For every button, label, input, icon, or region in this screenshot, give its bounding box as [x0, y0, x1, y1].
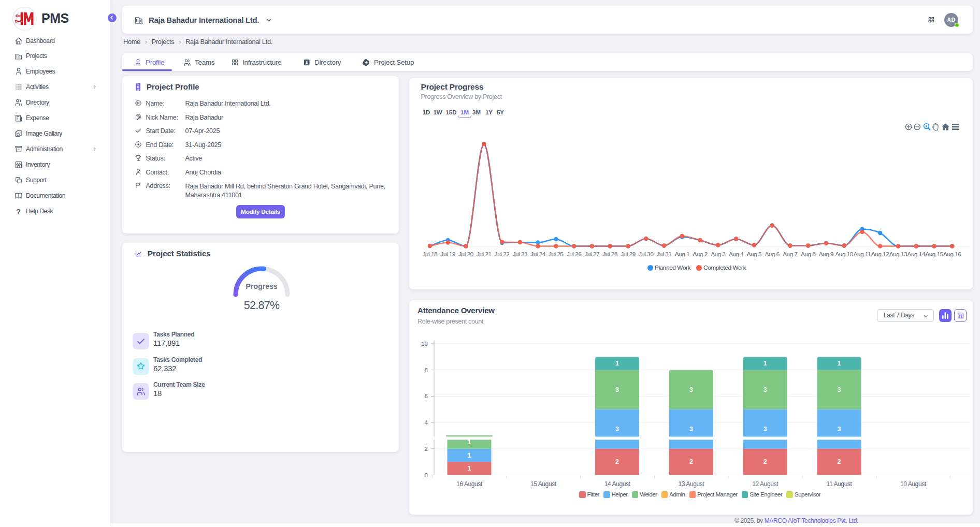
svg-text:Aug 8: Aug 8 — [801, 251, 815, 257]
svg-text:Aug 1: Aug 1 — [675, 251, 689, 257]
svg-text:Aug 3: Aug 3 — [711, 251, 725, 257]
svg-text:6: 6 — [425, 393, 428, 399]
svg-text:Aug 4: Aug 4 — [729, 251, 744, 257]
svg-text:Jul 24: Jul 24 — [530, 251, 545, 257]
svg-text:4: 4 — [425, 419, 428, 426]
svg-text:13 August: 13 August — [679, 480, 705, 488]
svg-text:10: 10 — [421, 341, 428, 347]
svg-text:Jul 18: Jul 18 — [423, 251, 438, 257]
svg-text:Aug 10: Aug 10 — [835, 251, 853, 257]
svg-text:3: 3 — [689, 386, 693, 393]
svg-text:Aug 11: Aug 11 — [854, 251, 871, 257]
svg-text:2: 2 — [763, 458, 767, 465]
svg-text:3: 3 — [838, 426, 841, 433]
svg-text:2: 2 — [838, 458, 841, 465]
svg-text:Aug 12: Aug 12 — [871, 251, 889, 257]
svg-text:2: 2 — [425, 446, 428, 452]
svg-text:10 August: 10 August — [900, 480, 927, 488]
svg-text:Aug 9: Aug 9 — [819, 251, 833, 257]
svg-text:11 August: 11 August — [827, 480, 853, 488]
svg-text:1: 1 — [468, 465, 471, 472]
svg-text:Aug 2: Aug 2 — [693, 251, 707, 257]
svg-text:Aug 15: Aug 15 — [925, 251, 943, 257]
svg-text:Aug 16: Aug 16 — [943, 251, 961, 257]
svg-text:3: 3 — [763, 386, 767, 393]
svg-text:3: 3 — [763, 426, 767, 433]
svg-text:Jul 25: Jul 25 — [549, 251, 564, 257]
svg-text:Jul 29: Jul 29 — [621, 251, 636, 257]
svg-text:1: 1 — [615, 360, 619, 367]
svg-text:2: 2 — [689, 458, 693, 465]
svg-text:1: 1 — [838, 360, 841, 367]
svg-text:Aug 6: Aug 6 — [765, 251, 779, 257]
svg-text:Aug 7: Aug 7 — [783, 251, 797, 257]
svg-text:3: 3 — [838, 386, 841, 393]
svg-text:Jul 27: Jul 27 — [585, 251, 600, 257]
svg-text:3: 3 — [689, 426, 693, 433]
svg-text:1: 1 — [763, 360, 767, 367]
svg-text:Jul 28: Jul 28 — [602, 251, 617, 257]
svg-text:14 August: 14 August — [604, 480, 631, 488]
svg-text:Jul 21: Jul 21 — [477, 251, 492, 257]
svg-text:12 August: 12 August — [752, 480, 779, 488]
svg-text:0: 0 — [425, 472, 428, 478]
svg-text:Jul 22: Jul 22 — [495, 251, 510, 257]
svg-text:Jul 31: Jul 31 — [657, 251, 672, 257]
svg-text:16 August: 16 August — [456, 480, 483, 488]
svg-text:Aug 14: Aug 14 — [907, 251, 926, 257]
svg-text:8: 8 — [425, 367, 428, 373]
svg-text:Jul 20: Jul 20 — [458, 251, 473, 257]
svg-text:Aug 5: Aug 5 — [747, 251, 761, 257]
svg-text:Jul 19: Jul 19 — [441, 251, 456, 257]
svg-text:Aug 13: Aug 13 — [889, 251, 907, 257]
svg-text:3: 3 — [615, 426, 619, 433]
svg-text:15 August: 15 August — [530, 480, 557, 488]
svg-text:Jul 30: Jul 30 — [639, 251, 654, 257]
svg-text:Jul 23: Jul 23 — [513, 251, 528, 257]
svg-text:1: 1 — [468, 452, 471, 459]
svg-text:3: 3 — [615, 386, 619, 393]
svg-text:2: 2 — [615, 458, 619, 465]
svg-text:Jul 26: Jul 26 — [567, 251, 582, 257]
